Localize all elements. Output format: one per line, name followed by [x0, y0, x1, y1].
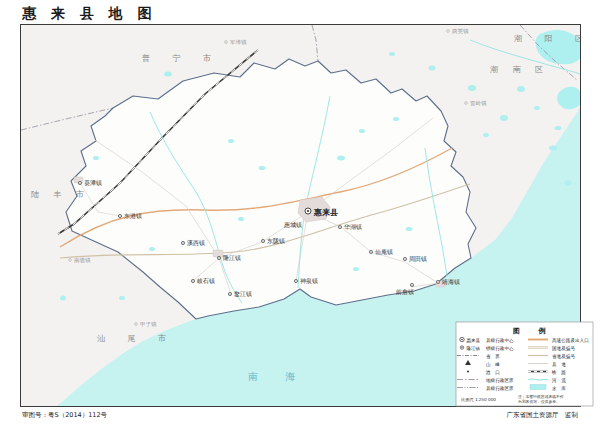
- legend-label: 省 界: [486, 354, 500, 359]
- town-label: 华湖镇: [344, 223, 362, 230]
- legend-title: 图 例: [513, 327, 553, 335]
- ntown-label: 两英镇: [452, 28, 469, 35]
- legend: 图 例 惠来县 县级行政中心 隆江镇 镇级行政中心 省 界 山 峰 港 口 地级…: [456, 322, 593, 406]
- legend-label: 水 库: [552, 386, 566, 391]
- town-label: 仙庵镇: [375, 248, 393, 256]
- legend-label: 县级行政区界: [486, 385, 514, 391]
- legend-note-line2: 为划界依据，仅供参考。: [518, 399, 560, 404]
- legend-label: 地级行政区界: [485, 377, 514, 383]
- region-label-lufeng: 陆 丰 市: [31, 190, 90, 199]
- legend-name: 隆江镇: [467, 345, 481, 351]
- footer-publisher: 广东省国土资源厅 监制: [507, 411, 579, 419]
- town-label: 周田镇: [409, 255, 427, 263]
- ntown-label: 甲子镇: [140, 321, 157, 327]
- ntown-label: 南塘镇: [74, 257, 91, 264]
- port-icon: [467, 371, 469, 373]
- reservoir-icon: [530, 385, 546, 390]
- ntown-label: 军埠镇: [230, 39, 247, 45]
- sea-label: 南 海: [248, 371, 307, 382]
- town-label: 葵潭镇: [84, 179, 102, 186]
- town-label: 东陇镇: [267, 237, 285, 245]
- legend-label: 省道及编号: [552, 353, 575, 359]
- town-label: 隆江镇: [223, 254, 241, 261]
- legend-label: 山 峰: [486, 362, 500, 367]
- legend-name: 惠来县: [466, 338, 481, 343]
- legend-label: 国道及编号: [552, 345, 575, 352]
- town-label: 鳌江镇: [234, 290, 252, 298]
- legend-label: 县级行政中心: [486, 337, 514, 343]
- region-label-puning: 普 宁 市: [142, 54, 221, 63]
- footer-approval-number: 审图号：粤S（2014）112号: [22, 411, 108, 419]
- town-label: 岐石镇: [197, 277, 215, 285]
- town-label: 前詹镇: [395, 288, 414, 296]
- ntown-label: 雷岭镇: [470, 100, 487, 106]
- region-label-shanwei: 汕 尾 市: [97, 334, 176, 343]
- town-label: 神泉镇: [300, 277, 318, 284]
- page-title: 惠 来 县 地 图: [21, 5, 157, 21]
- legend-label: 县 道: [552, 362, 566, 367]
- map-page: 惠 来 县 地 图: [0, 0, 600, 434]
- town-label: 惠城镇: [283, 221, 302, 228]
- legend-label: 高速公路及出入口: [552, 337, 589, 344]
- county-seat-label: 惠来县: [313, 208, 338, 217]
- region-label-chaonan: 潮 南 区: [490, 65, 549, 74]
- legend-label: 镇级行政中心: [485, 345, 514, 351]
- town-label: 靖海镇: [441, 278, 460, 285]
- town-label: 东港镇: [124, 212, 142, 220]
- region-label-chaoyang: 潮 阳 区: [514, 34, 593, 43]
- town-label: 溪西镇: [187, 239, 205, 247]
- legend-label: 铁 路: [551, 369, 566, 375]
